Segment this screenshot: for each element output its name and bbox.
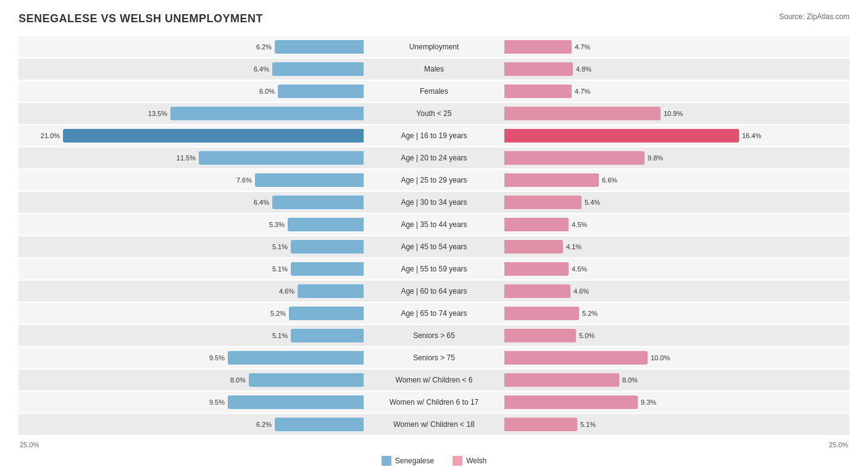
- bar-section-left: 13.5%: [19, 107, 366, 120]
- bar-left: [289, 307, 364, 320]
- val-left: 6.2%: [256, 421, 272, 428]
- chart-row: 8.0% Women w/ Children < 6 8.0%: [19, 370, 849, 391]
- val-right: 4.1%: [566, 243, 582, 250]
- val-right: 10.0%: [651, 354, 670, 362]
- bar-left: [255, 173, 364, 187]
- bar-right: [504, 307, 579, 320]
- row-label: Women w/ Children 6 to 17: [366, 398, 502, 407]
- bar-section-right: 9.8%: [502, 151, 849, 165]
- bar-section-left: 5.3%: [19, 218, 366, 231]
- bar-section-right: 5.4%: [502, 196, 849, 209]
- chart-row: 9.5% Women w/ Children 6 to 17 9.3%: [19, 392, 849, 413]
- val-right: 4.7%: [575, 43, 590, 51]
- bar-left: [228, 351, 364, 365]
- bar-section-right: 4.5%: [502, 218, 849, 231]
- chart-row: 11.5% Age | 20 to 24 years 9.8%: [19, 147, 849, 168]
- bar-right: [504, 240, 563, 254]
- row-label: Age | 20 to 24 years: [366, 154, 502, 162]
- bar-right: [504, 129, 739, 143]
- chart-row: 5.1% Seniors > 65 5.0%: [19, 325, 849, 346]
- legend-row: Senegalese Welsh: [19, 456, 849, 466]
- bar-section-left: 9.5%: [19, 351, 366, 365]
- row-label: Women w/ Children < 18: [366, 420, 502, 429]
- chart-row: 21.0% Age | 16 to 19 years 16.4%: [19, 125, 849, 146]
- val-right: 9.3%: [641, 399, 656, 406]
- val-right: 5.1%: [580, 421, 596, 428]
- chart-row: 4.6% Age | 60 to 64 years 4.6%: [19, 281, 849, 302]
- val-left: 6.4%: [254, 65, 269, 73]
- bar-left: [291, 262, 364, 276]
- bar-left: [272, 196, 364, 209]
- bar-right: [504, 329, 576, 342]
- val-right: 5.0%: [579, 332, 595, 339]
- bar-section-left: 11.5%: [19, 151, 366, 165]
- val-left: 8.0%: [230, 376, 246, 384]
- val-left: 6.0%: [259, 88, 275, 95]
- row-label: Seniors > 65: [366, 331, 502, 340]
- bar-section-left: 6.0%: [19, 85, 366, 98]
- val-left: 21.0%: [41, 132, 60, 139]
- bar-section-left: 4.6%: [19, 284, 366, 298]
- bar-left: [278, 85, 364, 98]
- chart-container: SENEGALESE VS WELSH UNEMPLOYMENT Source:…: [0, 0, 868, 467]
- bar-section-right: 4.7%: [502, 85, 849, 98]
- bar-section-left: 6.4%: [19, 196, 366, 209]
- val-left: 5.2%: [270, 310, 286, 317]
- bar-right: [504, 351, 648, 365]
- bar-section-right: 5.0%: [502, 329, 849, 342]
- bar-right: [504, 196, 582, 209]
- val-right: 6.6%: [602, 176, 617, 184]
- bar-section-left: 5.2%: [19, 307, 366, 320]
- row-label: Males: [366, 65, 502, 73]
- bar-section-right: 5.2%: [502, 307, 849, 320]
- bar-left: [249, 373, 364, 387]
- bar-section-right: 10.9%: [502, 107, 849, 120]
- val-right: 9.8%: [648, 154, 663, 162]
- bar-right: [504, 373, 619, 387]
- row-label: Seniors > 75: [366, 353, 502, 362]
- row-label: Age | 60 to 64 years: [366, 287, 502, 295]
- bar-section-right: 4.6%: [502, 284, 849, 298]
- chart-rows: 6.2% Unemployment 4.7% 6.4% Males 4.8% 6…: [19, 36, 849, 435]
- axis-section-left: 25.0%: [19, 441, 366, 448]
- row-label: Age | 55 to 59 years: [366, 265, 502, 273]
- bar-right: [504, 284, 570, 298]
- bar-section-right: 6.6%: [502, 173, 849, 187]
- val-left: 5.3%: [269, 221, 285, 228]
- chart-header: SENEGALESE VS WELSH UNEMPLOYMENT Source:…: [19, 12, 849, 25]
- bar-right: [504, 151, 645, 165]
- axis-left-label: 25.0%: [20, 441, 39, 448]
- bar-left: [298, 284, 364, 298]
- bar-left: [275, 418, 364, 431]
- val-left: 13.5%: [148, 110, 167, 117]
- bar-left: [275, 40, 364, 54]
- bar-section-right: 9.3%: [502, 395, 849, 409]
- axis-section-right: 25.0%: [502, 441, 849, 448]
- chart-row: 6.2% Women w/ Children < 18 5.1%: [19, 414, 849, 435]
- chart-source: Source: ZipAtlas.com: [779, 12, 849, 21]
- legend-welsh-color: [453, 456, 462, 466]
- bar-section-left: 8.0%: [19, 373, 366, 387]
- bar-right: [504, 418, 577, 431]
- val-left: 9.5%: [209, 399, 225, 406]
- row-label: Age | 16 to 19 years: [366, 131, 502, 140]
- bar-section-right: 8.0%: [502, 373, 849, 387]
- bar-right: [504, 218, 569, 231]
- bar-right: [504, 62, 573, 76]
- bar-left: [199, 151, 364, 165]
- chart-row: 9.5% Seniors > 75 10.0%: [19, 347, 849, 368]
- bar-section-left: 6.2%: [19, 418, 366, 431]
- row-label: Age | 35 to 44 years: [366, 220, 502, 229]
- val-left: 5.1%: [272, 265, 288, 273]
- bar-right: [504, 173, 599, 187]
- val-left: 11.5%: [177, 154, 196, 162]
- chart-row: 5.2% Age | 65 to 74 years 5.2%: [19, 303, 849, 324]
- val-left: 4.6%: [279, 287, 294, 295]
- bar-left: [228, 395, 364, 409]
- legend-senegalese-color: [382, 456, 391, 466]
- row-label: Unemployment: [366, 43, 502, 51]
- bar-section-right: 10.0%: [502, 351, 849, 365]
- bar-left: [291, 329, 364, 342]
- val-left: 5.1%: [272, 332, 288, 339]
- val-left: 6.4%: [254, 199, 269, 206]
